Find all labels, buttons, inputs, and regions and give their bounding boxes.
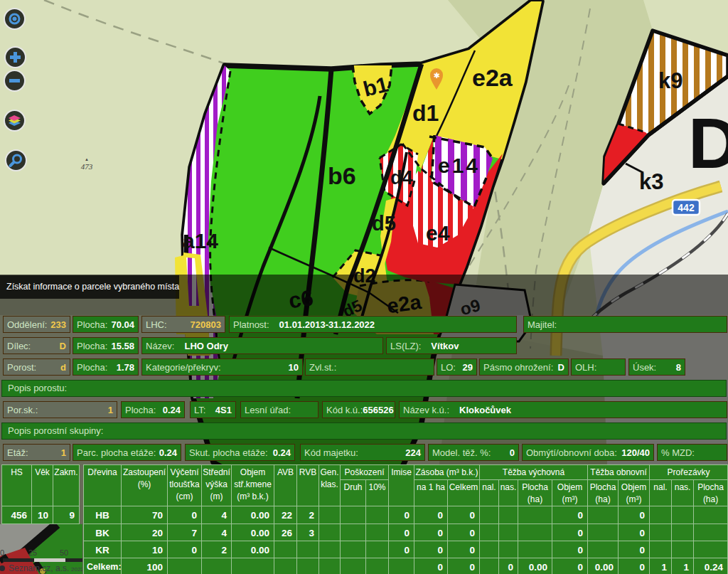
svg-text:k9: k9 (658, 68, 682, 93)
svg-text:b6: b6 (328, 162, 356, 189)
svg-text:▲: ▲ (85, 157, 89, 161)
svg-text:✱: ✱ (433, 71, 439, 80)
svg-text:d1: d1 (412, 100, 439, 126)
svg-text:0: 0 (0, 548, 4, 557)
svg-text:442: 442 (678, 202, 695, 213)
svg-text:Seznam.cz, a.s.: Seznam.cz, a.s. (9, 563, 69, 573)
svg-text:50: 50 (60, 548, 68, 557)
svg-text:e4: e4 (426, 221, 450, 245)
svg-text:e2a: e2a (472, 64, 513, 91)
svg-text:k3: k3 (639, 169, 663, 194)
svg-text:473: 473 (81, 162, 93, 171)
svg-text:25: 25 (28, 548, 37, 557)
svg-text:e14: e14 (438, 154, 480, 177)
svg-text:a14: a14 (183, 229, 218, 253)
svg-text:d5: d5 (372, 212, 396, 235)
svg-text:D: D (688, 103, 728, 183)
svg-text:d4: d4 (390, 167, 413, 188)
svg-text:2022: 2022 (71, 566, 82, 573)
